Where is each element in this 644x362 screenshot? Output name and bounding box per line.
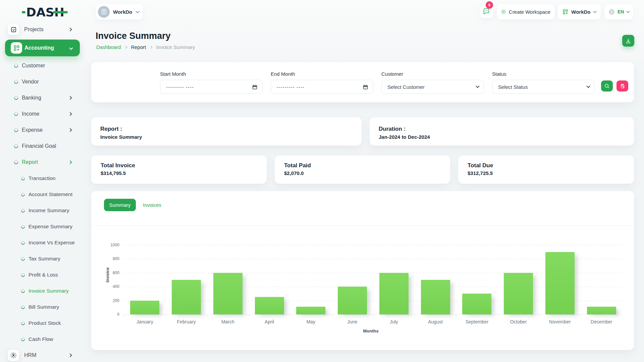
sidebar-item-customer[interactable]: Customer [0, 58, 87, 74]
field-value: --------- ---- [277, 84, 363, 90]
sidebar-item-profit-loss[interactable]: Profit & Loss [0, 267, 87, 283]
brand-logo[interactable]: DASH [26, 5, 70, 19]
plus-circle-icon [501, 8, 506, 15]
sidebar-item-report[interactable]: Report [0, 154, 87, 170]
sidebar-item-product-stock[interactable]: Product Stock [0, 315, 87, 331]
bar-january [130, 301, 159, 314]
bullet-icon [20, 176, 26, 181]
x-tick-label: June [332, 319, 373, 324]
sidebar-item-vendor[interactable]: Vendor [0, 74, 87, 90]
sidebar-item-invoice-summary[interactable]: Invoice Summary [0, 283, 87, 299]
duration-info-label: Duration : [379, 126, 406, 132]
workspace-menu[interactable]: WorkDo [558, 4, 601, 19]
bullet-icon [13, 79, 19, 85]
stat-card-total-paid: Total Paid$2,070.0 [275, 156, 450, 184]
bullet-icon [20, 288, 26, 294]
sidebar-item-tax-summary[interactable]: Tax Summary [0, 251, 87, 267]
filter-label-start-month: Start Month [160, 71, 186, 77]
x-axis-title: Months [363, 328, 379, 334]
sidebar-item-account-statement[interactable]: Account Statement [0, 186, 87, 202]
bullet-icon [13, 95, 19, 101]
breadcrumb-report[interactable]: Report [131, 44, 146, 50]
sidebar-item-label: Accounting [24, 45, 54, 51]
sidebar-item-income[interactable]: Income [0, 106, 87, 122]
chevron-right-icon [68, 96, 72, 100]
customer-select[interactable]: Select Customer [381, 80, 484, 94]
sidebar-item-banking[interactable]: Banking [0, 90, 87, 106]
chevron-down-icon [69, 46, 73, 50]
download-button[interactable] [622, 35, 634, 47]
logo-accent-bar [53, 11, 68, 13]
sidebar-item-cash-flow[interactable]: Cash Flow [0, 331, 87, 347]
chevron-down-icon [586, 84, 590, 88]
chevron-right-icon [68, 160, 72, 164]
sidebar-item-label: Tax Summary [29, 256, 60, 262]
x-tick-label: August [415, 319, 456, 324]
bullet-icon [20, 304, 26, 310]
sidebar-item-label: Projects [24, 26, 44, 33]
sidebar-item-label: Bill Summary [29, 304, 59, 310]
x-axis-tick [373, 315, 374, 317]
sidebar-item-label: Transaction [29, 175, 55, 181]
sidebar-item-income-vs-expense[interactable]: Income Vs Expense [0, 235, 87, 251]
bullet-icon [20, 192, 26, 197]
create-workspace-button[interactable]: Create Workspace [497, 4, 555, 19]
bar-march [213, 273, 243, 314]
sidebar-item-transaction[interactable]: Transaction [0, 170, 87, 186]
bullet-icon [20, 256, 26, 261]
breadcrumb-dashboard[interactable]: Dashboard [96, 44, 121, 50]
sidebar-item-accounting[interactable]: Accounting [5, 40, 80, 56]
sidebar-item-label: Report [22, 159, 38, 165]
sidebar-item-label: Product Stock [29, 320, 61, 326]
y-tick-label: 400 [105, 284, 119, 289]
field-value: Select Status [498, 84, 587, 90]
sidebar-item-label: HRM [24, 352, 36, 358]
breadcrumb: Dashboard Report Invoice Summary [96, 44, 195, 50]
search-button[interactable] [601, 80, 613, 92]
bullet-icon [20, 320, 26, 326]
sidebar: ProjectsAccountingCustomerVendorBankingI… [0, 21, 87, 362]
language-code: EN [618, 9, 624, 14]
clear-filter-icon [620, 83, 625, 89]
language-selector[interactable]: EN [604, 4, 633, 19]
x-axis-tick [622, 315, 623, 317]
status-select[interactable]: Select Status [492, 80, 595, 94]
x-axis-tick [415, 315, 415, 317]
sidebar-item-bill-summary[interactable]: Bill Summary [0, 299, 87, 315]
tab-invoices[interactable]: Invoices [141, 199, 163, 211]
sidebar-item-expense[interactable]: Expense [0, 122, 87, 138]
chevron-right-icon [68, 128, 72, 132]
x-tick-label: February [166, 319, 207, 324]
sidebar-item-financial-goal[interactable]: Financial Goal [0, 138, 87, 154]
sidebar-item-hrm[interactable]: HRM [0, 347, 87, 362]
calendar-icon [252, 84, 258, 90]
sidebar-item-income-summary[interactable]: Income Summary [0, 202, 87, 219]
chevron-down-icon [626, 9, 630, 13]
chevron-right-icon [68, 112, 72, 116]
workspace-chip[interactable]: WorkDo [96, 4, 143, 19]
sidebar-item-label: Customer [22, 63, 45, 69]
reset-button[interactable] [616, 80, 628, 92]
month-input-end[interactable]: --------- ---- [271, 80, 373, 94]
x-axis-tick [166, 315, 166, 317]
x-axis-tick [539, 315, 540, 317]
tab-summary[interactable]: Summary [104, 199, 136, 211]
sidebar-item-label: Expense Summary [29, 224, 72, 230]
sidebar-item-expense-summary[interactable]: Expense Summary [0, 219, 87, 235]
x-axis-tick [124, 315, 124, 317]
x-tick-label: April [249, 319, 290, 324]
gridline [124, 245, 622, 245]
x-axis-tick [290, 315, 290, 317]
bar-june [338, 287, 367, 314]
chevron-right-icon [68, 27, 72, 31]
download-icon [625, 38, 631, 44]
month-input-start[interactable]: --------- ---- [160, 80, 263, 94]
x-tick-label: December [581, 319, 622, 324]
stat-value: $314,795.5 [101, 170, 126, 176]
stat-label: Total Due [468, 162, 493, 169]
sidebar-item-label: Account Statement [29, 191, 72, 197]
sidebar-item-label: Income Vs Expense [29, 240, 75, 246]
sidebar-item-projects[interactable]: Projects [0, 21, 87, 38]
x-tick-label: October [498, 319, 539, 324]
bullet-icon [13, 127, 19, 133]
